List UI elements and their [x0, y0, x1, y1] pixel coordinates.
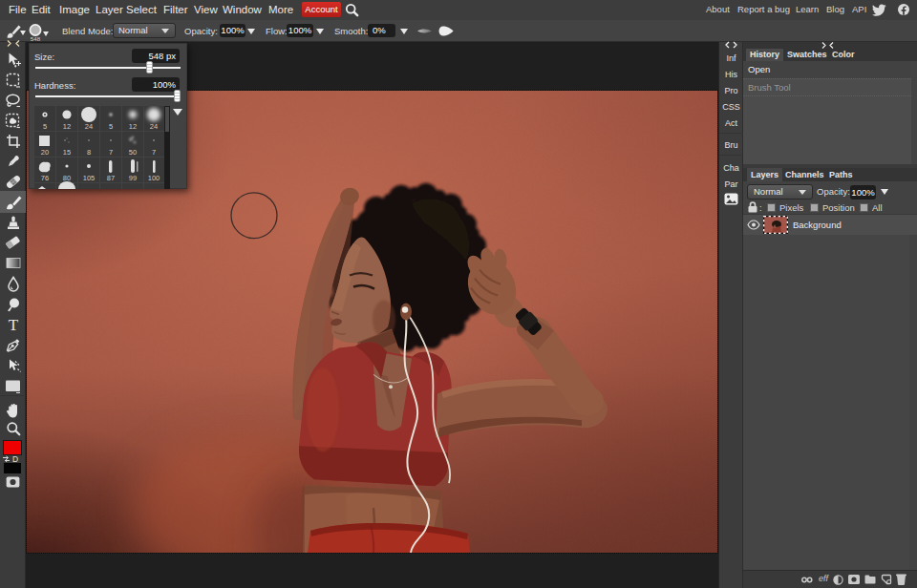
- svg-text:76: 76: [41, 174, 49, 182]
- svg-text:80: 80: [63, 174, 71, 182]
- svg-text:20: 20: [41, 148, 49, 157]
- svg-text:105: 105: [83, 174, 96, 182]
- svg-text:12: 12: [129, 122, 137, 131]
- svg-text:99: 99: [129, 174, 137, 182]
- svg-text:15: 15: [63, 148, 71, 157]
- svg-text:5: 5: [43, 122, 47, 131]
- svg-text:24: 24: [150, 122, 158, 131]
- svg-text:50: 50: [129, 148, 137, 157]
- svg-text:12: 12: [63, 122, 71, 131]
- svg-text:7: 7: [152, 148, 156, 157]
- svg-text:5: 5: [109, 122, 113, 131]
- svg-text:548: 548: [31, 35, 41, 42]
- svg-text:24: 24: [85, 122, 93, 131]
- svg-text:T: T: [9, 317, 19, 332]
- svg-text:87: 87: [107, 174, 115, 182]
- svg-text:100: 100: [148, 174, 160, 182]
- svg-text:8: 8: [87, 148, 91, 157]
- svg-text:7: 7: [109, 148, 113, 157]
